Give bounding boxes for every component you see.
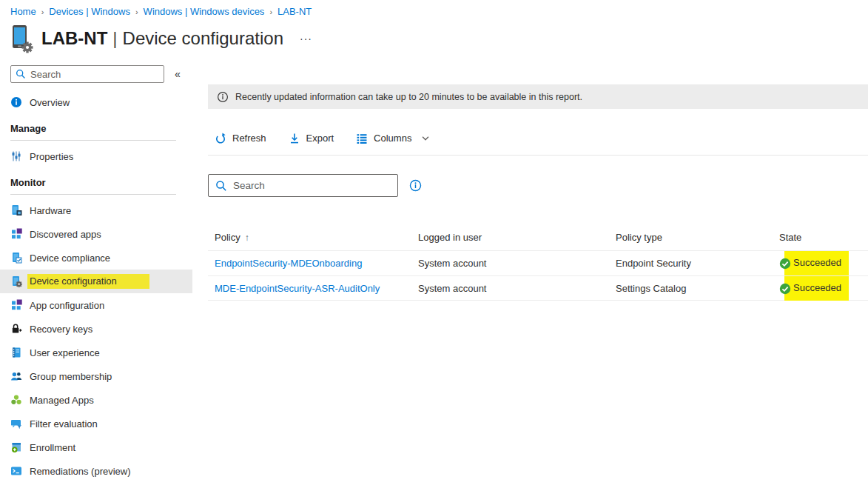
content-layout: « Overview Manage Properties Monit: [0, 65, 868, 483]
more-actions-button[interactable]: ···: [300, 33, 312, 44]
sidebar-item-label: Group membership: [30, 371, 112, 382]
column-header-policy-type[interactable]: Policy type: [609, 232, 773, 243]
policy-type-cell: Endpoint Security: [609, 258, 773, 269]
search-icon: [16, 69, 26, 79]
sidebar-item-group-membership[interactable]: Group membership: [0, 364, 192, 388]
info-icon: [10, 96, 22, 108]
table-row: MDE-EndpointSecurity-ASR-AuditOnly Syste…: [208, 275, 868, 301]
sidebar-item-label: Device compliance: [30, 253, 110, 264]
state-cell: Succeeded: [773, 251, 868, 275]
export-label: Export: [306, 133, 334, 144]
device-gear-icon: [9, 24, 34, 53]
info-icon: [217, 91, 229, 103]
sort-ascending-icon: ↑: [245, 233, 249, 243]
sidebar-item-app-configuration[interactable]: App configuration: [0, 293, 192, 317]
sidebar-item-discovered-apps[interactable]: Discovered apps: [0, 222, 192, 246]
check-circle-icon: [779, 258, 791, 270]
toolbar: Refresh Export Columns: [208, 128, 868, 148]
sidebar-item-enrollment[interactable]: Enrollment: [0, 435, 192, 459]
device-name: LAB-NT: [41, 28, 107, 48]
page-title: LAB-NT|Device configuration: [41, 28, 283, 49]
breadcrumb-home[interactable]: Home: [10, 6, 36, 17]
sidebar-search-input[interactable]: [30, 69, 159, 80]
policy-search-input[interactable]: [233, 180, 391, 191]
sidebar-item-user-experience[interactable]: User experience: [0, 341, 192, 364]
sidebar-item-managed-apps[interactable]: Managed Apps: [0, 388, 192, 412]
device-gear-icon: [10, 275, 22, 287]
sidebar-nav: Overview Manage Properties Monitor Hardw…: [0, 90, 192, 483]
sidebar-search[interactable]: [10, 65, 164, 83]
sidebar-item-recovery-keys[interactable]: Recovery keys: [0, 317, 192, 341]
sidebar-item-remediations[interactable]: Remediations (preview): [0, 459, 192, 483]
toolbar-divider: [208, 155, 868, 156]
sliders-icon: [10, 150, 22, 162]
notebook-icon: [10, 347, 22, 358]
policy-table: Policy ↑ Logged in user Policy type Stat…: [208, 224, 868, 301]
column-header-policy[interactable]: Policy ↑: [208, 232, 411, 243]
banner-message: Recently updated information can take up…: [235, 92, 582, 102]
sidebar-item-properties[interactable]: Properties: [0, 144, 192, 168]
check-circle-icon: [779, 283, 791, 295]
column-label: Policy type: [616, 232, 662, 243]
download-icon: [289, 133, 300, 144]
breadcrumb-separator: ›: [135, 7, 138, 16]
lock-arrow-icon: [10, 323, 22, 335]
breadcrumb-lab-nt[interactable]: LAB-NT: [277, 6, 312, 17]
breadcrumb-separator: ›: [269, 7, 272, 16]
device-hardware-icon: [10, 204, 22, 216]
breadcrumb-devices-windows[interactable]: Devices | Windows: [49, 6, 130, 17]
breadcrumb: Home › Devices | Windows › Windows | Win…: [0, 0, 868, 17]
columns-label: Columns: [374, 133, 411, 144]
sidebar: « Overview Manage Properties Monit: [0, 65, 192, 483]
policy-link[interactable]: MDE-EndpointSecurity-ASR-AuditOnly: [215, 283, 380, 294]
columns-button[interactable]: Columns: [356, 133, 431, 144]
window-plus-icon: [10, 441, 22, 453]
device-check-icon: [10, 252, 22, 264]
sidebar-item-label: Overview: [30, 97, 70, 108]
page-name: Device configuration: [123, 28, 283, 48]
sidebar-item-label: Managed Apps: [30, 395, 94, 406]
apps-icon: [10, 299, 22, 311]
sidebar-item-label: Filter evaluation: [30, 418, 98, 429]
sidebar-item-label: Properties: [30, 151, 73, 162]
breadcrumb-windows-devices[interactable]: Windows | Windows devices: [144, 6, 265, 17]
sidebar-item-filter-evaluation[interactable]: Filter evaluation: [0, 412, 192, 435]
column-header-logged-in-user[interactable]: Logged in user: [411, 232, 609, 243]
column-label: State: [779, 232, 801, 243]
clover-icon: [10, 394, 22, 406]
sidebar-item-label: User experience: [30, 347, 100, 358]
sidebar-item-device-configuration[interactable]: Device configuration: [0, 270, 192, 293]
policy-search[interactable]: [208, 174, 398, 197]
sidebar-item-label: Discovered apps: [30, 229, 101, 240]
policy-link[interactable]: EndpointSecurity-MDEOnboarding: [215, 258, 362, 269]
sidebar-item-overview[interactable]: Overview: [0, 90, 192, 114]
state-label-highlighted: Succeeded: [784, 276, 849, 301]
logged-in-user-cell: System account: [411, 258, 609, 269]
table-row: EndpointSecurity-MDEOnboarding System ac…: [208, 250, 868, 275]
people-icon: [10, 370, 22, 382]
filter-chat-icon: [10, 418, 22, 429]
main-content: Recently updated information can take up…: [208, 65, 868, 483]
chevron-down-icon: [420, 133, 431, 144]
page-header: LAB-NT|Device configuration ···: [9, 24, 868, 53]
export-button[interactable]: Export: [289, 133, 334, 144]
console-icon: [10, 465, 22, 477]
info-icon[interactable]: [409, 179, 422, 192]
sidebar-section-monitor: Monitor: [10, 177, 176, 195]
sidebar-item-label: Remediations (preview): [30, 466, 131, 477]
info-banner: Recently updated information can take up…: [208, 84, 868, 109]
logged-in-user-cell: System account: [411, 283, 609, 294]
sidebar-item-label: Enrollment: [30, 442, 75, 453]
refresh-label: Refresh: [232, 133, 266, 144]
policy-type-cell: Settings Catalog: [609, 283, 773, 294]
sidebar-item-label-highlighted: Device configuration: [27, 274, 149, 289]
column-label: Logged in user: [418, 232, 482, 243]
column-header-state[interactable]: State: [773, 232, 868, 243]
sidebar-item-hardware[interactable]: Hardware: [0, 198, 192, 222]
collapse-sidebar-button[interactable]: «: [172, 68, 184, 80]
sidebar-item-device-compliance[interactable]: Device compliance: [0, 246, 192, 270]
column-label: Policy: [215, 232, 240, 243]
search-icon: [215, 180, 227, 192]
refresh-icon: [215, 133, 226, 144]
refresh-button[interactable]: Refresh: [215, 133, 266, 144]
